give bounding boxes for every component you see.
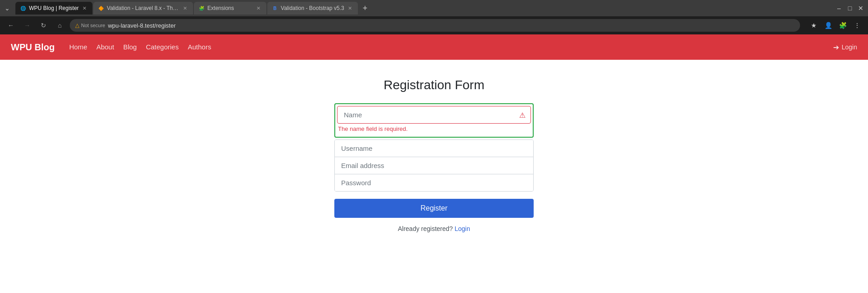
tab-close-1[interactable]: ✕: [82, 5, 88, 11]
main-content: Registration Form ⚠ The name field is re…: [0, 60, 868, 250]
tab-wpu-blog[interactable]: 🌐 WPU Blog | Register ✕: [15, 2, 92, 14]
close-window-button[interactable]: ✕: [857, 5, 864, 12]
nav-item-about[interactable]: About: [96, 43, 114, 51]
login-link[interactable]: Login: [455, 225, 470, 232]
maximize-button[interactable]: □: [846, 5, 854, 12]
tab-favicon-3: 🧩: [198, 5, 205, 11]
login-label[interactable]: Login: [842, 43, 857, 51]
tab-title-3: Extensions: [207, 5, 253, 11]
navbar: WPU Blog Home About Blog Categories Auth…: [0, 34, 868, 60]
url-bar[interactable]: △ Not secure wpu-laravel-8.test/register: [70, 19, 800, 32]
home-button[interactable]: ⌂: [53, 19, 66, 32]
new-tab-button[interactable]: +: [359, 2, 371, 14]
registration-form: ⚠ The name field is required. Register A…: [334, 103, 534, 232]
forward-button[interactable]: →: [21, 19, 34, 32]
navbar-nav: Home About Blog Categories Authors: [69, 43, 212, 51]
tab-favicon-1: 🌐: [20, 5, 26, 11]
nav-link-about[interactable]: About: [96, 43, 114, 51]
already-registered-row: Already registered? Login: [334, 225, 534, 232]
back-button[interactable]: ←: [5, 19, 17, 32]
name-input-wrapper: ⚠: [337, 106, 531, 124]
warning-icon: △: [75, 22, 79, 29]
name-error-icon: ⚠: [519, 110, 526, 119]
tab-title-1: WPU Blog | Register: [29, 5, 79, 11]
nav-link-blog[interactable]: Blog: [123, 43, 137, 51]
tab-close-3[interactable]: ✕: [256, 5, 262, 11]
tab-title-4: Validation - Bootstrap v5.3: [281, 5, 344, 11]
nav-link-home[interactable]: Home: [69, 43, 87, 51]
password-input[interactable]: [335, 174, 533, 191]
username-input[interactable]: [335, 140, 533, 157]
tab-list-btn[interactable]: ⌄: [4, 5, 11, 12]
tab-bar: ⌄ 🌐 WPU Blog | Register ✕ 🔶 Validation -…: [0, 0, 868, 16]
already-registered-text: Already registered?: [398, 225, 453, 232]
nav-link-authors[interactable]: Authors: [188, 43, 211, 51]
security-indicator: △ Not secure: [75, 22, 105, 29]
name-error-message: The name field is required.: [337, 124, 531, 135]
tab-close-2[interactable]: ✕: [182, 5, 188, 11]
other-inputs: [334, 139, 534, 192]
navbar-left: WPU Blog Home About Blog Categories Auth…: [11, 42, 211, 53]
tab-favicon-2: 🔶: [98, 5, 104, 11]
url-text: wpu-laravel-8.test/register: [108, 22, 176, 29]
tab-title-2: Validation - Laravel 8.x - The Ph: [107, 5, 179, 11]
bookmark-button[interactable]: ★: [807, 19, 820, 32]
tab-favicon-4: B: [272, 5, 278, 11]
browser-actions: ★ 👤 🧩 ⋮: [807, 19, 863, 32]
name-field-wrapper: ⚠ The name field is required.: [334, 103, 534, 138]
page-title: Registration Form: [384, 78, 485, 92]
reload-button[interactable]: ↻: [37, 19, 50, 32]
address-bar: ← → ↻ ⌂ △ Not secure wpu-laravel-8.test/…: [0, 16, 868, 34]
settings-button[interactable]: ⋮: [851, 19, 863, 32]
name-input[interactable]: [337, 106, 531, 124]
tab-controls: ⌄: [4, 5, 11, 12]
minimize-button[interactable]: –: [835, 5, 843, 12]
register-button[interactable]: Register: [334, 199, 534, 218]
tab-extensions[interactable]: 🧩 Extensions ✕: [194, 2, 266, 14]
extensions-button[interactable]: 🧩: [836, 19, 849, 32]
nav-item-categories[interactable]: Categories: [146, 43, 179, 51]
profile-icon[interactable]: 👤: [822, 19, 834, 32]
tab-bootstrap[interactable]: B Validation - Bootstrap v5.3 ✕: [267, 2, 358, 14]
tab-laravel[interactable]: 🔶 Validation - Laravel 8.x - The Ph ✕: [93, 2, 193, 14]
browser-chrome: ⌄ 🌐 WPU Blog | Register ✕ 🔶 Validation -…: [0, 0, 868, 34]
nav-link-categories[interactable]: Categories: [146, 43, 179, 51]
app: WPU Blog Home About Blog Categories Auth…: [0, 34, 868, 293]
tab-close-4[interactable]: ✕: [347, 5, 353, 11]
navbar-brand[interactable]: WPU Blog: [11, 42, 55, 53]
security-label: Not secure: [81, 23, 105, 28]
logout-icon: ➔: [833, 43, 839, 52]
nav-item-blog[interactable]: Blog: [123, 43, 137, 51]
email-input[interactable]: [335, 157, 533, 174]
navbar-login[interactable]: ➔ Login: [833, 43, 857, 52]
nav-item-home[interactable]: Home: [69, 43, 87, 51]
nav-item-authors[interactable]: Authors: [188, 43, 211, 51]
